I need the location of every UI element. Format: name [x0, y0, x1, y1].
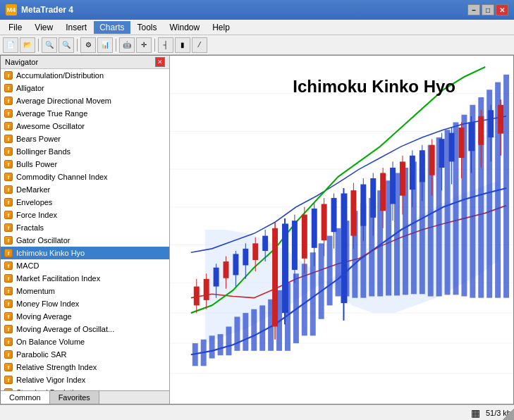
chart-area[interactable]: Ichimoku Kinko Hyo: [170, 56, 513, 404]
nav-item-label: On Balance Volume: [16, 338, 85, 346]
close-button[interactable]: ✕: [496, 4, 508, 16]
zoom-out-button[interactable]: 🔍: [59, 37, 74, 53]
nav-item-label: Relative Strength Index: [16, 363, 97, 371]
menu-charts[interactable]: Charts: [94, 21, 130, 34]
svg-rect-59: [243, 249, 248, 266]
svg-rect-87: [380, 173, 386, 211]
svg-rect-109: [488, 110, 494, 137]
list-item[interactable]: fBulls Power: [1, 158, 169, 171]
properties-button[interactable]: ⚙: [80, 37, 96, 53]
nav-item-icon: f: [4, 261, 13, 271]
list-item[interactable]: fBollinger Bands: [1, 145, 169, 158]
svg-rect-93: [410, 156, 415, 190]
nav-item-label: MACD: [16, 261, 39, 270]
nav-item-label: Alligator: [16, 84, 44, 92]
minimize-button[interactable]: –: [467, 4, 480, 16]
svg-rect-51: [204, 279, 209, 300]
nav-item-icon: f: [4, 375, 13, 385]
svg-rect-63: [262, 236, 268, 251]
list-item[interactable]: fBears Power: [1, 132, 169, 145]
nav-item-icon: f: [4, 147, 13, 156]
zoom-in-button[interactable]: 🔍: [42, 37, 57, 53]
svg-rect-57: [233, 254, 238, 275]
list-item[interactable]: fRelative Vigor Index: [1, 373, 169, 386]
nav-item-icon: f: [4, 134, 13, 144]
menu-view[interactable]: View: [29, 21, 59, 34]
nav-item-label: Accumulation/Distribution: [16, 71, 104, 80]
list-item[interactable]: fMomentum: [1, 285, 169, 297]
list-item[interactable]: fAverage Directional Movem: [1, 94, 169, 107]
nav-item-label: Envelopes: [16, 198, 52, 206]
svg-rect-103: [458, 128, 464, 158]
toolbar-separator-1: [38, 39, 39, 51]
svg-rect-79: [341, 193, 348, 303]
menu-tools[interactable]: Tools: [132, 21, 163, 34]
svg-rect-105: [468, 123, 475, 152]
menu-file[interactable]: File: [3, 21, 27, 34]
candle-button[interactable]: ▮: [175, 37, 190, 53]
tab-common[interactable]: Common: [1, 391, 50, 404]
bar-chart-button[interactable]: ┤: [158, 37, 173, 53]
open-button[interactable]: 📂: [20, 37, 35, 53]
nav-item-icon: f: [4, 197, 13, 207]
list-item[interactable]: fMoving Average of Oscillat...: [1, 323, 169, 335]
menu-insert[interactable]: Insert: [60, 21, 92, 34]
resize-grip[interactable]: [503, 409, 514, 420]
list-item[interactable]: fRelative Strength Index: [1, 361, 169, 373]
maximize-button[interactable]: □: [482, 4, 494, 16]
list-item[interactable]: fEnvelopes: [1, 196, 169, 209]
list-item[interactable]: fMACD: [1, 259, 169, 272]
list-item[interactable]: fParabolic SAR: [1, 348, 169, 361]
title-bar: M4 MetaTrader 4 – □ ✕: [0, 0, 514, 20]
tab-favorites[interactable]: Favorites: [50, 391, 99, 404]
new-chart-button[interactable]: 📄: [3, 37, 18, 53]
menu-help[interactable]: Help: [207, 21, 235, 34]
indicator-button[interactable]: 📊: [97, 37, 113, 53]
svg-rect-81: [350, 190, 356, 235]
svg-rect-65: [272, 228, 278, 327]
list-item[interactable]: fAverage True Range: [1, 107, 169, 120]
list-item[interactable]: fMoving Average: [1, 310, 169, 323]
nav-item-label: Force Index: [16, 211, 57, 219]
list-item[interactable]: fForce Index: [1, 209, 169, 221]
list-item[interactable]: fAlligator: [1, 82, 169, 94]
main-content: Navigator ✕ fAccumulation/DistributionfA…: [0, 55, 514, 404]
nav-item-icon: f: [4, 286, 13, 296]
list-item[interactable]: fGator Oscillator: [1, 234, 169, 247]
svg-rect-10: [192, 343, 198, 366]
menu-window[interactable]: Window: [164, 21, 206, 34]
list-item[interactable]: fMarket Facilitation Index: [1, 272, 169, 285]
list-item[interactable]: fAwesome Oscillator: [1, 120, 169, 132]
navigator-close-button[interactable]: ✕: [155, 57, 165, 67]
svg-rect-12: [209, 335, 215, 358]
nav-item-label: Ichimoku Kinko Hyo: [16, 249, 85, 257]
navigator-title-text: Navigator: [5, 58, 38, 66]
list-item[interactable]: fDeMarker: [1, 183, 169, 196]
list-item[interactable]: fFractals: [1, 221, 169, 234]
svg-rect-67: [282, 223, 288, 313]
list-item[interactable]: fMoney Flow Index: [1, 297, 169, 310]
chart-svg: [170, 56, 513, 404]
svg-rect-77: [331, 198, 337, 232]
list-item[interactable]: fOn Balance Volume: [1, 335, 169, 348]
list-item[interactable]: fIchimoku Kinko Hyo: [1, 247, 169, 259]
svg-rect-17: [251, 309, 257, 351]
nav-item-label: Average True Range: [16, 109, 87, 118]
svg-rect-22: [293, 273, 299, 343]
nav-item-label: Fractals: [16, 223, 44, 232]
navigator-title: Navigator ✕: [1, 56, 169, 69]
expert-button[interactable]: 🤖: [119, 37, 135, 53]
nav-item-icon: f: [4, 299, 13, 309]
nav-item-icon: f: [4, 223, 13, 233]
nav-item-label: Moving Average of Oscillat...: [16, 325, 114, 333]
svg-rect-49: [194, 287, 200, 306]
line-button[interactable]: ∕: [192, 37, 207, 53]
list-item[interactable]: fCommodity Channel Index: [1, 171, 169, 183]
svg-rect-75: [322, 204, 327, 240]
crosshair-button[interactable]: ✛: [136, 37, 152, 53]
navigator-list[interactable]: fAccumulation/DistributionfAlligatorfAve…: [1, 69, 169, 390]
nav-item-label: Awesome Oscillator: [16, 122, 85, 130]
svg-rect-99: [439, 139, 445, 168]
list-item[interactable]: fAccumulation/Distribution: [1, 69, 169, 82]
nav-item-icon: f: [4, 350, 13, 359]
